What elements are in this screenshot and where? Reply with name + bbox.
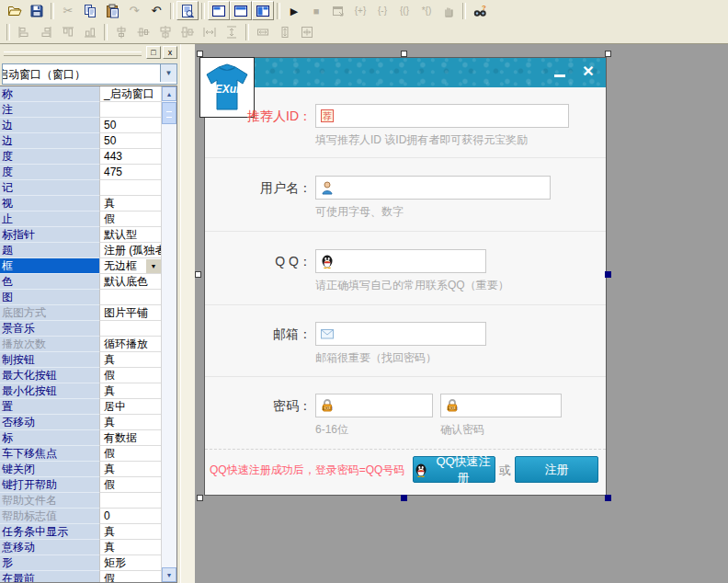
space-evenly-v-button (221, 22, 243, 41)
property-row[interactable]: 边50 (0, 133, 176, 149)
email-input[interactable] (315, 322, 486, 346)
save-button[interactable] (26, 1, 48, 20)
property-row[interactable]: 最小化按钮真 (0, 383, 176, 399)
property-row[interactable]: 标指针默认型 (0, 227, 176, 243)
qq-input[interactable] (315, 249, 486, 273)
scroll-up-icon[interactable]: ▲ (162, 86, 176, 101)
property-row[interactable]: 记 (0, 180, 176, 196)
property-name: 否移动 (0, 415, 99, 430)
align-middles-h-button (154, 22, 176, 41)
property-row[interactable]: 题注册 (孤独者传播者 (0, 243, 176, 258)
selection-handle[interactable] (197, 51, 203, 57)
property-row[interactable]: 注 (0, 102, 176, 118)
property-row[interactable]: 色默认底色 (0, 274, 176, 290)
layout-toggle-2-button[interactable] (230, 1, 252, 20)
property-row[interactable]: 否移动真 (0, 415, 176, 430)
svg-text:EXui: EXui (215, 83, 240, 96)
cut-button: ✂ (57, 1, 79, 20)
property-row[interactable]: 底图方式图片平铺 (0, 305, 176, 321)
object-selector-combobox[interactable]: 启动窗口（窗口） ▼ (2, 63, 177, 85)
selection-handle[interactable] (197, 495, 203, 501)
password-input-confirm[interactable]: EXUI (440, 394, 562, 417)
scroll-down-icon[interactable]: ▼ (162, 567, 176, 582)
property-row[interactable]: 键关闭真 (0, 462, 176, 477)
align-bottom-icon (83, 25, 97, 40)
open-button[interactable] (4, 1, 26, 20)
property-row[interactable]: 标有数据 (0, 430, 176, 446)
property-grid-scrollbar[interactable]: ▲ ▼ (161, 86, 176, 582)
property-row[interactable]: 视真 (0, 196, 176, 211)
property-panel: □ x 启动窗口（窗口） ▼ 称_启动窗口注边50边50度443度475记视真止… (0, 44, 181, 583)
property-row[interactable]: 度475 (0, 165, 176, 180)
field-hint-password-confirm: 确认密码 (440, 422, 484, 438)
brace-1-icon: {+} (353, 4, 368, 18)
undo-button[interactable]: ↶ (145, 1, 167, 20)
pause-button (438, 1, 460, 20)
password-input[interactable]: EXUI (315, 394, 433, 417)
close-icon[interactable]: ✕ (578, 62, 598, 82)
property-row[interactable]: 帮助标志值0 (0, 509, 176, 524)
selection-handle[interactable] (401, 51, 407, 57)
property-row[interactable]: 边50 (0, 118, 176, 133)
property-row[interactable]: 播放次数循环播放 (0, 337, 176, 352)
user-icon (320, 180, 335, 195)
property-name: 称 (0, 86, 99, 102)
section-divider (205, 231, 606, 232)
property-row[interactable]: 制按钮真 (0, 352, 176, 368)
selection-handle[interactable] (605, 495, 611, 501)
view-code-button[interactable] (176, 1, 199, 20)
property-row[interactable]: 景音乐 (0, 321, 176, 337)
combo-dropdown-icon[interactable]: ▼ (160, 64, 176, 82)
register-button[interactable]: 注册 (515, 456, 598, 483)
selection-handle[interactable] (195, 271, 201, 278)
property-row[interactable]: 止假 (0, 211, 176, 227)
stop-button: ■ (305, 1, 327, 20)
copy-button[interactable] (79, 1, 101, 20)
qq-penguin-icon (414, 463, 428, 477)
find-button[interactable]: ? (469, 1, 491, 20)
property-name: 度 (0, 165, 99, 180)
layout-toggle-1-button[interactable] (208, 1, 230, 20)
register-dialog-form[interactable]: ✕ EXui 推荐人ID：荐填写推荐人ID 该ID拥有者即可获得元宝奖励用户名：… (204, 57, 607, 496)
property-name: 播放次数 (0, 337, 99, 352)
layout-toggle-3-button[interactable] (252, 1, 274, 20)
toolbar-separator (245, 24, 249, 40)
run-button[interactable]: ▶ (283, 1, 305, 20)
minimize-button[interactable] (551, 63, 569, 82)
referrer-input[interactable]: 荐 (315, 104, 569, 128)
property-row[interactable]: 帮助文件名 (0, 493, 176, 509)
panel-close-button[interactable]: x (163, 46, 177, 59)
property-row[interactable]: 图 (0, 290, 176, 305)
panel-drag-grip[interactable] (4, 51, 142, 56)
field-hint-referrer: 填写推荐人ID 该ID拥有者即可获得元宝奖励 (315, 132, 528, 148)
property-row[interactable]: 任务条中显示真 (0, 524, 176, 540)
property-row[interactable]: 置居中 (0, 399, 176, 415)
dialog-titlebar[interactable]: ✕ (205, 58, 606, 87)
username-input[interactable] (315, 176, 551, 200)
property-row[interactable]: 框无边框▼ (0, 258, 176, 274)
selection-handle[interactable] (605, 51, 611, 57)
paste-button[interactable] (101, 1, 123, 20)
property-panel-titlebar: □ x (0, 44, 180, 62)
property-row[interactable]: 形矩形 (0, 555, 176, 571)
property-row[interactable]: 在最前假 (0, 571, 176, 583)
qq-quick-register-button[interactable]: QQ快速注册 (413, 456, 495, 483)
property-row[interactable]: 度443 (0, 149, 176, 165)
selection-handle[interactable] (401, 495, 407, 501)
property-row[interactable]: 最大化按钮假 (0, 368, 176, 383)
panel-maximize-button[interactable]: □ (146, 46, 161, 59)
layout-3-icon (256, 4, 270, 18)
selection-handle[interactable] (605, 271, 611, 278)
align-bottom-button (79, 22, 101, 41)
property-row[interactable]: 车下移焦点假 (0, 446, 176, 462)
property-row[interactable]: 意移动真 (0, 540, 176, 555)
same-h-icon (278, 25, 292, 40)
save-icon (29, 4, 44, 18)
scrollbar-thumb[interactable] (162, 102, 176, 124)
value-dropdown-icon[interactable]: ▼ (145, 258, 162, 274)
field-label-email: 邮箱： (205, 322, 312, 346)
property-row[interactable]: 称_启动窗口 (0, 86, 176, 102)
field-label-username: 用户名： (205, 176, 312, 200)
property-row[interactable]: 键打开帮助假 (0, 477, 176, 493)
svg-text:EXUI: EXUI (447, 406, 458, 411)
